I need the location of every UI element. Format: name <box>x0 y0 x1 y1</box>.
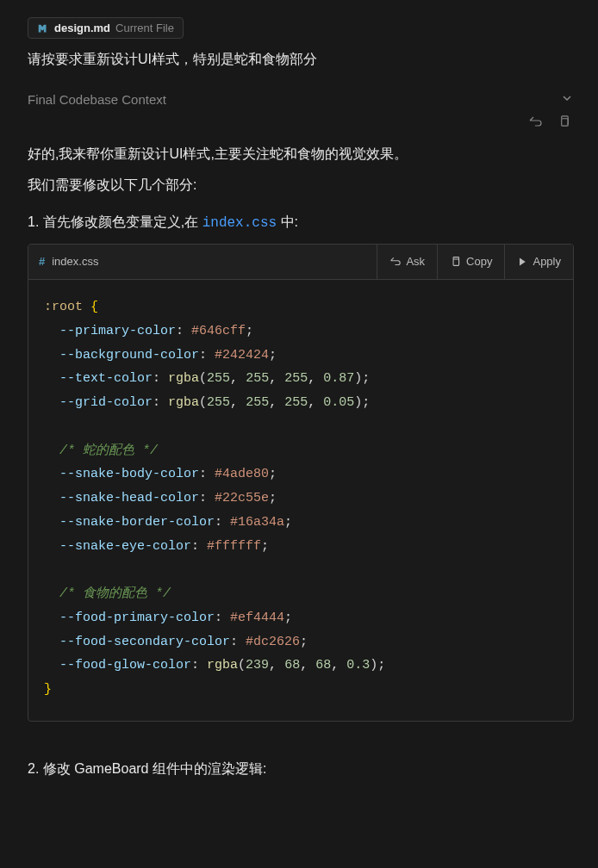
file-chip-name: design.md <box>54 22 110 34</box>
ask-button[interactable]: Ask <box>377 245 437 279</box>
file-chip[interactable]: design.md Current File <box>28 17 184 39</box>
file-chip-suffix: Current File <box>115 22 174 34</box>
context-header-label: Final Codebase Context <box>28 92 166 107</box>
css-file-icon: # <box>39 251 45 272</box>
apply-button[interactable]: Apply <box>504 245 573 279</box>
code-block-filename: # index.css <box>28 245 109 279</box>
step-1: 1. 首先修改颜色变量定义,在 index.css 中: <box>28 209 574 237</box>
step-2: 2. 修改 GameBoard 组件中的渲染逻辑: <box>28 756 574 782</box>
retry-icon[interactable] <box>528 115 542 131</box>
response-actions <box>28 115 574 131</box>
svg-rect-1 <box>453 260 459 266</box>
markdown-icon <box>37 22 49 34</box>
response-line: 我们需要修改以下几个部分: <box>28 172 574 198</box>
assistant-response: 好的,我来帮你重新设计UI样式,主要关注蛇和食物的视觉效果。 我们需要修改以下几… <box>28 141 574 781</box>
context-header[interactable]: Final Codebase Context <box>28 91 574 108</box>
code-block-header: # index.css Ask Copy Apply <box>28 245 573 280</box>
code-block: # index.css Ask Copy Apply <box>28 244 574 722</box>
copy-response-icon[interactable] <box>558 115 570 131</box>
user-prompt: 请按要求重新设计UI样式，特别是蛇和食物部分 <box>28 47 574 71</box>
inline-file-ref[interactable]: index.css <box>202 215 277 231</box>
response-line: 好的,我来帮你重新设计UI样式,主要关注蛇和食物的视觉效果。 <box>28 141 574 167</box>
chat-panel: design.md Current File 请按要求重新设计UI样式，特别是蛇… <box>0 0 598 803</box>
svg-rect-0 <box>562 119 569 126</box>
copy-button[interactable]: Copy <box>437 245 504 279</box>
chevron-down-icon <box>560 91 574 108</box>
code-content[interactable]: :root { --primary-color: #646cff; --back… <box>28 280 573 721</box>
